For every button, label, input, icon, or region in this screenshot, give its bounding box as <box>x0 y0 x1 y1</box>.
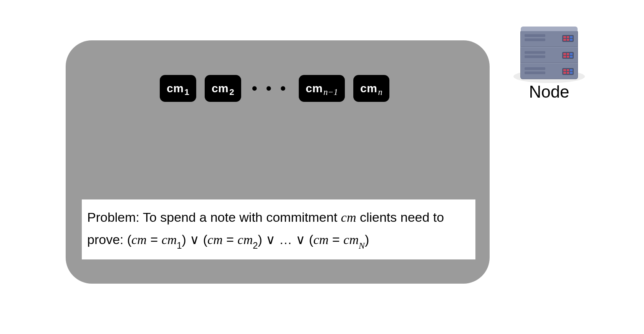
commitment-box-n: cmn <box>353 75 389 102</box>
led <box>567 39 570 41</box>
ellipsis: … <box>279 232 296 247</box>
cm-var: cm <box>207 233 223 247</box>
cm-base: cm <box>212 83 228 94</box>
cm-var: cm <box>341 210 356 224</box>
slot <box>525 51 545 54</box>
server-slots <box>525 34 545 41</box>
sub: 1 <box>177 240 182 251</box>
sub: 2 <box>253 240 258 251</box>
led <box>567 36 570 38</box>
ellipsis-icon: • • • <box>250 80 290 97</box>
slot <box>525 38 545 41</box>
eq: = <box>147 232 162 247</box>
commitment-row: cm1 cm2 • • • cmn−1 cmn <box>160 75 389 102</box>
cm-base: cm <box>360 83 377 94</box>
cm-sub: n−1 <box>323 88 338 97</box>
server-leds <box>562 52 574 59</box>
cm-sub: n <box>378 88 382 97</box>
rp: ) <box>258 232 262 247</box>
sub: N <box>359 241 365 251</box>
server-leds <box>562 35 574 42</box>
cm-base: cm <box>167 83 184 94</box>
led <box>570 56 573 58</box>
server-slots <box>525 67 545 74</box>
slot <box>525 67 545 70</box>
led <box>563 72 566 74</box>
cm-var: cm <box>131 233 147 247</box>
node-label: Node <box>529 82 569 101</box>
node-graphic: Node <box>511 30 588 101</box>
server-slots <box>525 51 545 58</box>
commitment-box-1: cm1 <box>160 75 196 102</box>
problem-prefix: Problem: To spend a note with commitment <box>87 210 341 224</box>
commitment-box-n-minus-1: cmn−1 <box>299 75 345 102</box>
led <box>567 56 570 58</box>
led <box>567 69 570 71</box>
lp: ( <box>203 232 207 247</box>
server-unit-1 <box>520 30 578 47</box>
led <box>563 39 566 41</box>
eq: = <box>329 232 344 247</box>
cm-var: cm <box>238 233 253 247</box>
led <box>570 39 573 41</box>
cm-sub: 1 <box>184 88 189 97</box>
lp: ( <box>127 232 131 247</box>
storage-panel: cm1 cm2 • • • cmn−1 cmn Problem: To spen… <box>66 40 490 284</box>
server-leds <box>562 68 574 75</box>
led <box>563 56 566 58</box>
commitment-box-2: cm2 <box>205 75 241 102</box>
cm-var: cm <box>162 233 177 247</box>
problem-statement: Problem: To spend a note with commitment… <box>82 199 475 259</box>
led <box>570 72 573 74</box>
server-unit-2 <box>520 47 578 63</box>
led <box>563 36 566 38</box>
led <box>563 53 566 55</box>
or: ∨ <box>262 232 279 247</box>
slot <box>525 55 545 58</box>
slot <box>525 34 545 37</box>
diagram-canvas: cm1 cm2 • • • cmn−1 cmn Problem: To spen… <box>0 0 644 334</box>
led <box>567 72 570 74</box>
led <box>563 69 566 71</box>
led <box>570 53 573 55</box>
led <box>570 36 573 38</box>
slot <box>525 71 545 74</box>
or: ∨ <box>186 232 203 247</box>
server-icon <box>520 30 578 79</box>
rp: ) <box>365 232 369 247</box>
cm-sub: 2 <box>229 88 234 97</box>
rp: ) <box>182 232 186 247</box>
or: ∨ <box>296 232 309 247</box>
eq: = <box>223 232 238 247</box>
cm-var: cm <box>343 233 359 247</box>
cm-var: cm <box>313 233 329 247</box>
led <box>567 53 570 55</box>
server-unit-3 <box>520 63 578 79</box>
led <box>570 69 573 71</box>
cm-base: cm <box>306 83 323 94</box>
lp: ( <box>309 232 313 247</box>
